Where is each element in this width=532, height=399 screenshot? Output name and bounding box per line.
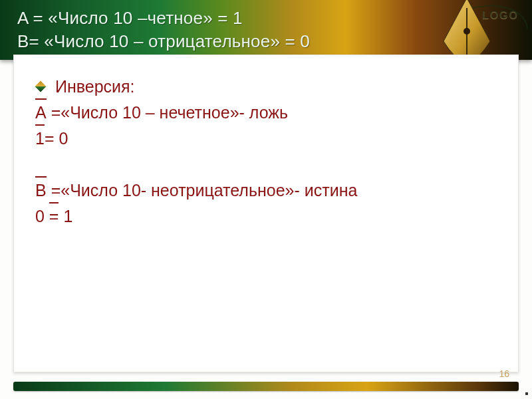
eq2-mid-overline: = — [49, 203, 59, 229]
eq2-right: 1 — [59, 207, 72, 225]
title-line-1: A = «Число 10 –четное» = 1 — [17, 7, 519, 30]
bullet-text: Инверсия: — [55, 74, 135, 100]
slide: LOGO A = «Число 10 –четное» = 1 B= «Числ… — [0, 0, 532, 399]
line-b-negation: B =«Число 10- неотрицательное»- истина — [35, 178, 497, 203]
line-eq-2: 0 = 1 — [35, 203, 497, 229]
eq2-left: 0 — [35, 207, 49, 225]
corner-dot — [525, 392, 528, 395]
eq1-right: 0 — [55, 129, 68, 148]
line-b-text: =«Число 10- неотрицательное»- истина — [47, 181, 358, 200]
slide-header: LOGO A = «Число 10 –четное» = 1 B= «Числ… — [0, 0, 532, 60]
line-a-negation: A =«Число 10 – нечетное»- ложь — [35, 100, 497, 126]
eq1-left-overline: 1 — [35, 126, 45, 152]
diamond-bullet-icon — [35, 81, 47, 92]
title-line-2: B= «Число 10 – отрицательное» = 0 — [17, 30, 519, 53]
blank-spacer — [35, 151, 497, 178]
bullet-inversion: Инверсия: — [35, 74, 497, 100]
var-a-overline: A — [35, 100, 47, 126]
var-b-overline: B — [35, 178, 47, 203]
slide-title: A = «Число 10 –четное» = 1 B= «Число 10 … — [0, 0, 532, 53]
logo-text: LOGO — [482, 9, 519, 21]
line-a-text: =«Число 10 – нечетное»- ложь — [47, 103, 288, 122]
content-box: Инверсия: A =«Число 10 – нечетное»- ложь… — [13, 55, 519, 372]
page-number: 16 — [499, 368, 509, 379]
footer-bar — [13, 382, 519, 391]
line-eq-1: 1= 0 — [35, 126, 497, 152]
